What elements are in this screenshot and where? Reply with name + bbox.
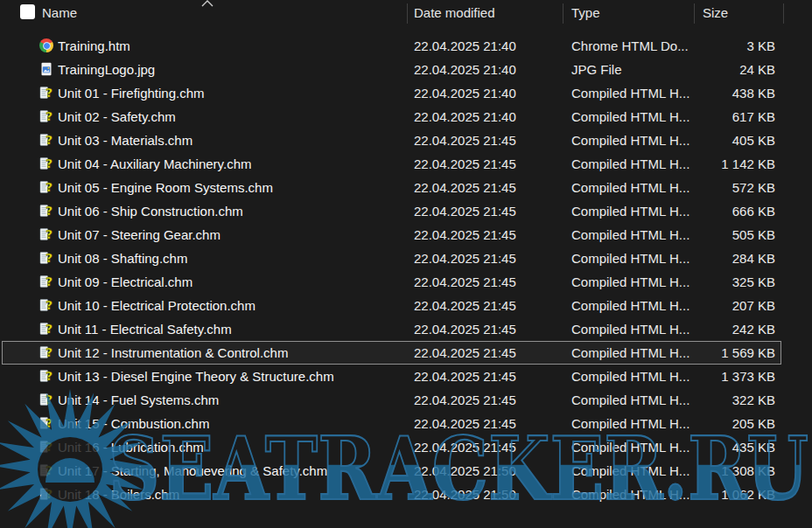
file-name: Unit 17 - Starting, Manouevering & Safet…	[58, 459, 327, 483]
svg-text:?: ?	[46, 156, 52, 170]
column-separator[interactable]	[694, 3, 695, 24]
svg-text:?: ?	[46, 227, 52, 241]
file-row[interactable]: ?Unit 04 - Auxiliary Machinery.chm22.04.…	[0, 152, 812, 176]
chm-help-file-icon: ?	[39, 345, 53, 359]
file-row[interactable]: ?Unit 13 - Diesel Engine Theory & Struct…	[0, 365, 812, 388]
file-row[interactable]: ?Unit 16 - Lubrication.chm22.04.2025 21:…	[0, 435, 812, 459]
file-date-modified: 22.04.2025 21:45	[414, 223, 558, 247]
file-row[interactable]: ?Unit 12 - Instrumentation & Control.chm…	[0, 341, 812, 365]
file-date-modified: 22.04.2025 21:45	[414, 129, 558, 152]
file-row[interactable]: ?Unit 17 - Starting, Manouevering & Safe…	[0, 459, 812, 483]
file-size: 24 KB	[662, 58, 775, 81]
file-row[interactable]: TrainingLogo.jpg22.04.2025 21:40JPG File…	[0, 58, 812, 81]
file-name: Unit 07 - Steering Gear.chm	[58, 223, 220, 247]
chm-help-file-icon: ?	[39, 393, 53, 406]
svg-text:?: ?	[46, 369, 52, 383]
svg-text:?: ?	[46, 345, 52, 359]
file-row[interactable]: ?Unit 15 - Combustion.chm22.04.2025 21:4…	[0, 412, 812, 435]
chm-help-file-icon: ?	[39, 204, 53, 218]
file-name: Unit 11 - Electrical Safety.chm	[58, 317, 232, 341]
file-explorer-list-view: Name Date modified Type Size Training.ht…	[0, 0, 812, 528]
svg-text:?: ?	[46, 86, 52, 100]
file-size: 322 KB	[662, 388, 775, 412]
file-row[interactable]: ?Unit 08 - Shafting.chm22.04.2025 21:45C…	[0, 247, 812, 270]
chm-help-file-icon: ?	[39, 86, 53, 100]
file-size: 1 373 KB	[662, 365, 775, 388]
column-separator[interactable]	[407, 3, 408, 24]
file-name: Unit 06 - Ship Construction.chm	[58, 199, 243, 223]
file-size: 1 062 KB	[662, 483, 775, 506]
file-name: Unit 10 - Electrical Protection.chm	[58, 294, 256, 317]
column-separator[interactable]	[563, 3, 564, 24]
file-row[interactable]: ?Unit 03 - Materials.chm22.04.2025 21:45…	[0, 129, 812, 152]
file-row[interactable]: ?Unit 06 - Ship Construction.chm22.04.20…	[0, 199, 812, 223]
file-name: TrainingLogo.jpg	[58, 58, 155, 81]
file-date-modified: 22.04.2025 21:45	[414, 152, 558, 176]
file-size: 242 KB	[662, 317, 775, 341]
file-date-modified: 22.04.2025 21:40	[414, 34, 558, 58]
file-name: Unit 05 - Engine Room Systems.chm	[58, 176, 273, 199]
chm-help-file-icon: ?	[39, 416, 53, 430]
file-name: Unit 08 - Shafting.chm	[58, 247, 187, 270]
file-size: 3 KB	[662, 34, 775, 58]
svg-text:?: ?	[46, 133, 52, 147]
file-size: 284 KB	[662, 247, 775, 270]
svg-text:?: ?	[46, 487, 52, 501]
column-header-type[interactable]: Type	[571, 0, 600, 26]
svg-text:?: ?	[46, 416, 52, 430]
file-row[interactable]: ?Unit 02 - Safety.chm22.04.2025 21:40Com…	[0, 105, 812, 129]
file-date-modified: 22.04.2025 21:45	[414, 365, 558, 388]
file-row[interactable]: ?Unit 01 - Firefighting.chm22.04.2025 21…	[0, 81, 812, 105]
file-date-modified: 22.04.2025 21:45	[414, 176, 558, 199]
file-size: 1 142 KB	[662, 152, 775, 176]
file-date-modified: 22.04.2025 21:45	[414, 435, 558, 459]
file-name: Unit 14 - Fuel Systems.chm	[58, 388, 219, 412]
svg-text:?: ?	[46, 393, 52, 406]
column-header-name[interactable]: Name	[42, 0, 77, 26]
file-size: 666 KB	[662, 199, 775, 223]
file-size: 405 KB	[662, 129, 775, 152]
column-separator[interactable]	[783, 3, 784, 24]
chm-help-file-icon: ?	[39, 251, 53, 265]
chm-help-file-icon: ?	[39, 133, 53, 147]
file-size: 435 KB	[662, 435, 775, 459]
file-size: 325 KB	[662, 270, 775, 294]
chm-help-file-icon: ?	[39, 440, 53, 454]
file-name: Unit 12 - Instrumentation & Control.chm	[58, 341, 288, 365]
file-date-modified: 22.04.2025 21:45	[414, 294, 558, 317]
file-date-modified: 22.04.2025 21:45	[414, 388, 558, 412]
column-header-row: Name Date modified Type Size	[0, 0, 812, 26]
file-row[interactable]: ?Unit 14 - Fuel Systems.chm22.04.2025 21…	[0, 388, 812, 412]
column-header-size[interactable]: Size	[703, 0, 728, 26]
svg-text:?: ?	[46, 298, 52, 312]
file-row[interactable]: ?Unit 07 - Steering Gear.chm22.04.2025 2…	[0, 223, 812, 247]
file-row[interactable]: Training.htm22.04.2025 21:40Chrome HTML …	[0, 34, 812, 58]
file-name: Training.htm	[58, 34, 130, 58]
file-size: 617 KB	[662, 105, 775, 129]
file-date-modified: 22.04.2025 21:45	[414, 270, 558, 294]
file-date-modified: 22.04.2025 21:40	[414, 58, 558, 81]
svg-text:?: ?	[46, 440, 52, 454]
file-row[interactable]: ?Unit 05 - Engine Room Systems.chm22.04.…	[0, 176, 812, 199]
chm-help-file-icon: ?	[39, 227, 53, 241]
svg-text:?: ?	[46, 274, 52, 288]
column-header-date-modified[interactable]: Date modified	[414, 0, 495, 26]
chm-help-file-icon: ?	[39, 274, 53, 288]
file-size: 207 KB	[662, 294, 775, 317]
chm-help-file-icon: ?	[39, 156, 53, 170]
svg-text:?: ?	[46, 322, 52, 336]
file-date-modified: 22.04.2025 21:45	[414, 247, 558, 270]
file-row[interactable]: ?Unit 09 - Electrical.chm22.04.2025 21:4…	[0, 270, 812, 294]
file-name: Unit 02 - Safety.chm	[58, 105, 176, 129]
file-date-modified: 22.04.2025 21:45	[414, 341, 558, 365]
file-name: Unit 16 - Lubrication.chm	[58, 435, 204, 459]
file-row[interactable]: ?Unit 18 - Boilers.chm22.04.2025 21:50Co…	[0, 483, 812, 506]
file-date-modified: 22.04.2025 21:45	[414, 199, 558, 223]
file-row[interactable]: ?Unit 11 - Electrical Safety.chm22.04.20…	[0, 317, 812, 341]
jpg-file-icon	[39, 62, 53, 76]
svg-text:?: ?	[46, 204, 52, 218]
select-all-checkbox[interactable]	[20, 4, 35, 19]
file-name: Unit 01 - Firefighting.chm	[58, 81, 205, 105]
chm-help-file-icon: ?	[39, 180, 53, 194]
file-row[interactable]: ?Unit 10 - Electrical Protection.chm22.0…	[0, 294, 812, 317]
